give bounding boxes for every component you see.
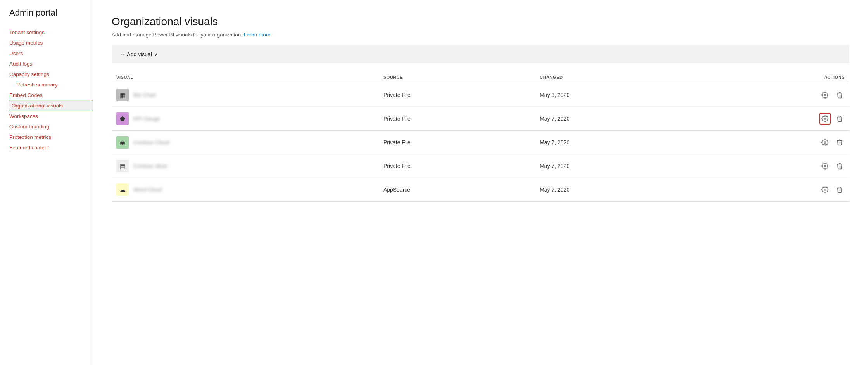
svg-point-4 [824, 189, 826, 191]
svg-point-3 [824, 165, 826, 167]
table-body: ▦ Bie Chart Private FileMay 3, 2020 ⬟ KP… [112, 83, 849, 202]
delete-button[interactable] [835, 137, 845, 147]
changed-cell: May 3, 2020 [535, 83, 703, 107]
table-header: VISUAL SOURCE CHANGED ACTIONS [112, 73, 849, 83]
trash-icon [836, 186, 843, 193]
table-row: ◉ Contoso Cloud Private FileMay 7, 2020 [112, 131, 849, 154]
svg-point-1 [824, 118, 826, 120]
sidebar-item-embed-codes[interactable]: Embed Codes [9, 90, 93, 100]
trash-icon [836, 92, 843, 99]
trash-icon [836, 163, 843, 170]
delete-button[interactable] [835, 114, 845, 124]
add-visual-label: Add visual [127, 51, 152, 57]
trash-icon [836, 139, 843, 146]
sidebar-item-usage-metrics[interactable]: Usage metrics [9, 38, 93, 48]
visual-name: Contoso slicer [133, 163, 168, 169]
sidebar-nav: Tenant settingsUsage metricsUsersAudit l… [9, 27, 93, 153]
visual-name: KPI Gauge [133, 116, 160, 122]
visual-cell: ◉ Contoso Cloud [112, 131, 379, 154]
changed-cell: May 7, 2020 [535, 178, 703, 202]
learn-more-link[interactable]: Learn more [244, 32, 271, 38]
plus-icon: + [121, 51, 124, 58]
delete-button[interactable] [835, 90, 845, 100]
source-cell: Private File [379, 131, 535, 154]
col-actions: ACTIONS [703, 73, 849, 83]
sidebar-item-organizational-visuals[interactable]: Organizational visuals [9, 100, 93, 111]
sidebar-item-capacity-settings[interactable]: Capacity settings [9, 69, 93, 80]
sidebar-item-users[interactable]: Users [9, 48, 93, 59]
sidebar-item-protection-metrics[interactable]: Protection metrics [9, 132, 93, 142]
source-cell: Private File [379, 107, 535, 131]
table-row: ⬟ KPI Gauge Private FileMay 7, 2020 [112, 107, 849, 131]
sidebar-item-featured-content[interactable]: Featured content [9, 142, 93, 153]
trash-icon [836, 115, 843, 122]
chevron-down-icon: ∨ [154, 52, 157, 57]
gear-icon [821, 115, 828, 122]
sidebar-item-custom-branding[interactable]: Custom branding [9, 121, 93, 132]
changed-cell: May 7, 2020 [535, 154, 703, 178]
visual-cell: ☁ Word Cloud [112, 178, 379, 202]
gear-icon [821, 163, 828, 170]
actions-cell [703, 154, 849, 178]
gear-button[interactable] [820, 185, 830, 195]
changed-cell: May 7, 2020 [535, 131, 703, 154]
table-row: ▦ Bie Chart Private FileMay 3, 2020 [112, 83, 849, 107]
main-content: Organizational visuals Add and manage Po… [93, 0, 868, 365]
add-visual-button[interactable]: + Add visual ∨ [118, 49, 160, 59]
col-changed: CHANGED [535, 73, 703, 83]
sidebar-item-workspaces[interactable]: Workspaces [9, 111, 93, 121]
visual-thumb: ▤ [116, 160, 129, 172]
sidebar-item-audit-logs[interactable]: Audit logs [9, 59, 93, 69]
visual-cell: ▤ Contoso slicer [112, 154, 379, 178]
sidebar-item-refresh-summary[interactable]: Refresh summary [9, 80, 93, 90]
gear-icon [821, 186, 828, 193]
toolbar: + Add visual ∨ [112, 45, 849, 63]
gear-button[interactable] [820, 137, 830, 147]
visual-thumb: ◉ [116, 136, 129, 149]
admin-portal-title: Admin portal [9, 8, 93, 18]
gear-button[interactable] [820, 161, 830, 171]
visual-cell: ⬟ KPI Gauge [112, 107, 379, 131]
source-cell: Private File [379, 83, 535, 107]
visual-name: Contoso Cloud [133, 139, 169, 145]
actions-cell [703, 107, 849, 131]
gear-button[interactable] [820, 114, 830, 124]
changed-cell: May 7, 2020 [535, 107, 703, 131]
source-cell: AppSource [379, 178, 535, 202]
sidebar: Admin portal Tenant settingsUsage metric… [0, 0, 93, 365]
gear-icon [821, 139, 828, 146]
svg-point-0 [824, 94, 826, 96]
table-row: ▤ Contoso slicer Private FileMay 7, 2020 [112, 154, 849, 178]
table-row: ☁ Word Cloud AppSourceMay 7, 2020 [112, 178, 849, 202]
actions-cell [703, 178, 849, 202]
gear-button[interactable] [820, 90, 830, 100]
visual-thumb: ⬟ [116, 112, 129, 125]
sidebar-item-tenant-settings[interactable]: Tenant settings [9, 27, 93, 38]
visuals-table: VISUAL SOURCE CHANGED ACTIONS ▦ Bie Char… [112, 73, 849, 202]
col-visual: VISUAL [112, 73, 379, 83]
svg-point-2 [824, 142, 826, 144]
delete-button[interactable] [835, 161, 845, 171]
source-cell: Private File [379, 154, 535, 178]
visual-cell: ▦ Bie Chart [112, 83, 379, 107]
visual-name: Bie Chart [133, 92, 156, 98]
visual-thumb: ☁ [116, 183, 129, 196]
page-title: Organizational visuals [112, 16, 849, 28]
visual-name: Word Cloud [133, 187, 162, 193]
gear-icon [821, 92, 828, 99]
actions-cell [703, 83, 849, 107]
delete-button[interactable] [835, 185, 845, 195]
col-source: SOURCE [379, 73, 535, 83]
page-subtitle: Add and manage Power BI visuals for your… [112, 32, 849, 38]
actions-cell [703, 131, 849, 154]
visual-thumb: ▦ [116, 89, 129, 101]
